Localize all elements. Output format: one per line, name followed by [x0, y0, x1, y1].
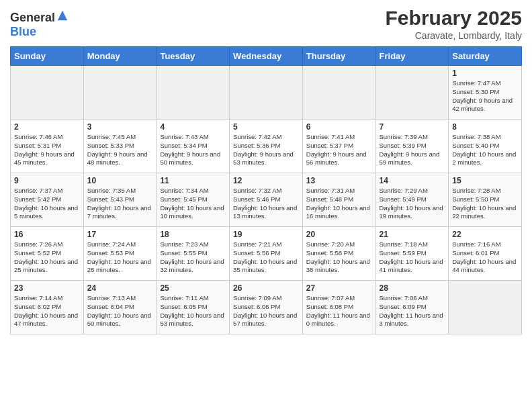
calendar-week-1: 1Sunrise: 7:47 AM Sunset: 5:30 PM Daylig…	[11, 66, 522, 120]
day-number: 17	[87, 230, 153, 239]
day-number: 1	[452, 68, 518, 78]
day-info: Sunrise: 7:28 AM Sunset: 5:50 PM Dayligh…	[452, 187, 518, 221]
calendar-cell	[375, 66, 449, 120]
day-info: Sunrise: 7:24 AM Sunset: 5:53 PM Dayligh…	[87, 240, 153, 275]
day-number: 28	[380, 283, 445, 293]
day-info: Sunrise: 7:06 AM Sunset: 6:09 PM Dayligh…	[380, 294, 445, 328]
calendar-cell: 5Sunrise: 7:42 AM Sunset: 5:36 PM Daylig…	[230, 120, 303, 173]
calendar-cell	[302, 66, 375, 120]
day-number: 25	[160, 283, 226, 293]
day-info: Sunrise: 7:26 AM Sunset: 5:52 PM Dayligh…	[14, 240, 80, 275]
day-info: Sunrise: 7:35 AM Sunset: 5:43 PM Dayligh…	[87, 187, 153, 221]
col-monday: Monday	[83, 47, 157, 66]
location: Caravate, Lombardy, Italy	[386, 30, 522, 41]
calendar: Sunday Monday Tuesday Wednesday Thursday…	[10, 46, 522, 334]
day-number: 8	[452, 122, 518, 132]
day-number: 24	[87, 283, 153, 293]
header: General Blue February 2025 Caravate, Lom…	[10, 7, 522, 41]
calendar-cell: 12Sunrise: 7:32 AM Sunset: 5:46 PM Dayli…	[230, 173, 303, 227]
calendar-week-2: 2Sunrise: 7:46 AM Sunset: 5:31 PM Daylig…	[11, 120, 522, 173]
calendar-cell: 24Sunrise: 7:13 AM Sunset: 6:04 PM Dayli…	[83, 281, 157, 334]
calendar-header-row: Sunday Monday Tuesday Wednesday Thursday…	[11, 47, 522, 66]
calendar-cell: 17Sunrise: 7:24 AM Sunset: 5:53 PM Dayli…	[83, 227, 157, 281]
day-number: 12	[233, 176, 299, 185]
col-sunday: Sunday	[11, 47, 84, 66]
logo-icon	[56, 9, 69, 21]
col-thursday: Thursday	[302, 47, 375, 66]
calendar-cell: 16Sunrise: 7:26 AM Sunset: 5:52 PM Dayli…	[11, 227, 84, 281]
day-number: 9	[14, 176, 80, 185]
calendar-cell	[83, 66, 157, 120]
day-info: Sunrise: 7:14 AM Sunset: 6:02 PM Dayligh…	[14, 294, 80, 328]
day-info: Sunrise: 7:23 AM Sunset: 5:55 PM Dayligh…	[160, 240, 226, 275]
day-info: Sunrise: 7:11 AM Sunset: 6:05 PM Dayligh…	[160, 294, 226, 328]
logo-blue: Blue	[10, 25, 36, 38]
day-info: Sunrise: 7:42 AM Sunset: 5:36 PM Dayligh…	[233, 133, 299, 167]
calendar-cell: 22Sunrise: 7:16 AM Sunset: 6:01 PM Dayli…	[449, 227, 522, 281]
day-number: 6	[306, 122, 372, 132]
day-number: 19	[233, 230, 299, 239]
title-area: February 2025 Caravate, Lombardy, Italy	[386, 7, 522, 41]
calendar-cell: 6Sunrise: 7:41 AM Sunset: 5:37 PM Daylig…	[302, 120, 375, 173]
calendar-cell: 15Sunrise: 7:28 AM Sunset: 5:50 PM Dayli…	[449, 173, 522, 227]
calendar-cell: 3Sunrise: 7:45 AM Sunset: 5:33 PM Daylig…	[83, 120, 157, 173]
day-info: Sunrise: 7:13 AM Sunset: 6:04 PM Dayligh…	[87, 294, 153, 328]
day-number: 5	[233, 122, 299, 132]
day-info: Sunrise: 7:43 AM Sunset: 5:34 PM Dayligh…	[160, 133, 226, 167]
calendar-cell: 14Sunrise: 7:29 AM Sunset: 5:49 PM Dayli…	[375, 173, 449, 227]
calendar-cell: 28Sunrise: 7:06 AM Sunset: 6:09 PM Dayli…	[375, 281, 449, 334]
calendar-cell: 9Sunrise: 7:37 AM Sunset: 5:42 PM Daylig…	[11, 173, 84, 227]
day-info: Sunrise: 7:16 AM Sunset: 6:01 PM Dayligh…	[452, 240, 518, 275]
day-number: 16	[14, 230, 80, 239]
calendar-cell: 21Sunrise: 7:18 AM Sunset: 5:59 PM Dayli…	[375, 227, 449, 281]
calendar-cell: 1Sunrise: 7:47 AM Sunset: 5:30 PM Daylig…	[449, 66, 522, 120]
calendar-cell	[157, 66, 230, 120]
day-info: Sunrise: 7:07 AM Sunset: 6:08 PM Dayligh…	[306, 294, 372, 328]
calendar-cell: 7Sunrise: 7:39 AM Sunset: 5:39 PM Daylig…	[375, 120, 449, 173]
calendar-cell: 19Sunrise: 7:21 AM Sunset: 5:56 PM Dayli…	[230, 227, 303, 281]
col-friday: Friday	[375, 47, 449, 66]
day-number: 21	[380, 230, 445, 239]
day-number: 15	[452, 176, 518, 185]
page: General Blue February 2025 Caravate, Lom…	[0, 0, 532, 411]
day-number: 26	[233, 283, 299, 293]
day-number: 22	[452, 230, 518, 239]
svg-marker-0	[58, 11, 67, 20]
day-number: 20	[306, 230, 372, 239]
day-info: Sunrise: 7:37 AM Sunset: 5:42 PM Dayligh…	[14, 187, 80, 221]
calendar-week-5: 23Sunrise: 7:14 AM Sunset: 6:02 PM Dayli…	[11, 281, 522, 334]
day-info: Sunrise: 7:09 AM Sunset: 6:06 PM Dayligh…	[233, 294, 299, 328]
day-info: Sunrise: 7:34 AM Sunset: 5:45 PM Dayligh…	[160, 187, 226, 221]
day-info: Sunrise: 7:46 AM Sunset: 5:31 PM Dayligh…	[14, 133, 80, 167]
day-number: 11	[160, 176, 226, 185]
day-number: 7	[380, 122, 445, 132]
day-info: Sunrise: 7:39 AM Sunset: 5:39 PM Dayligh…	[380, 133, 445, 167]
day-number: 3	[87, 122, 153, 132]
calendar-cell: 8Sunrise: 7:38 AM Sunset: 5:40 PM Daylig…	[449, 120, 522, 173]
day-info: Sunrise: 7:41 AM Sunset: 5:37 PM Dayligh…	[306, 133, 372, 167]
day-number: 18	[160, 230, 226, 239]
calendar-cell: 26Sunrise: 7:09 AM Sunset: 6:06 PM Dayli…	[230, 281, 303, 334]
col-tuesday: Tuesday	[157, 47, 230, 66]
day-number: 14	[380, 176, 445, 185]
day-info: Sunrise: 7:38 AM Sunset: 5:40 PM Dayligh…	[452, 133, 518, 167]
calendar-cell: 4Sunrise: 7:43 AM Sunset: 5:34 PM Daylig…	[157, 120, 230, 173]
calendar-cell: 2Sunrise: 7:46 AM Sunset: 5:31 PM Daylig…	[11, 120, 84, 173]
day-info: Sunrise: 7:21 AM Sunset: 5:56 PM Dayligh…	[233, 240, 299, 275]
day-info: Sunrise: 7:29 AM Sunset: 5:49 PM Dayligh…	[380, 187, 445, 221]
day-number: 2	[14, 122, 80, 132]
month-title: February 2025	[386, 7, 522, 29]
calendar-cell: 11Sunrise: 7:34 AM Sunset: 5:45 PM Dayli…	[157, 173, 230, 227]
col-wednesday: Wednesday	[230, 47, 303, 66]
calendar-cell: 20Sunrise: 7:20 AM Sunset: 5:58 PM Dayli…	[302, 227, 375, 281]
day-info: Sunrise: 7:47 AM Sunset: 5:30 PM Dayligh…	[452, 79, 518, 113]
calendar-cell: 18Sunrise: 7:23 AM Sunset: 5:55 PM Dayli…	[157, 227, 230, 281]
day-number: 4	[160, 122, 226, 132]
day-number: 10	[87, 176, 153, 185]
calendar-cell: 10Sunrise: 7:35 AM Sunset: 5:43 PM Dayli…	[83, 173, 157, 227]
calendar-week-3: 9Sunrise: 7:37 AM Sunset: 5:42 PM Daylig…	[11, 173, 522, 227]
day-number: 27	[306, 283, 372, 293]
day-info: Sunrise: 7:32 AM Sunset: 5:46 PM Dayligh…	[233, 187, 299, 221]
day-info: Sunrise: 7:18 AM Sunset: 5:59 PM Dayligh…	[380, 240, 445, 275]
day-info: Sunrise: 7:20 AM Sunset: 5:58 PM Dayligh…	[306, 240, 372, 275]
